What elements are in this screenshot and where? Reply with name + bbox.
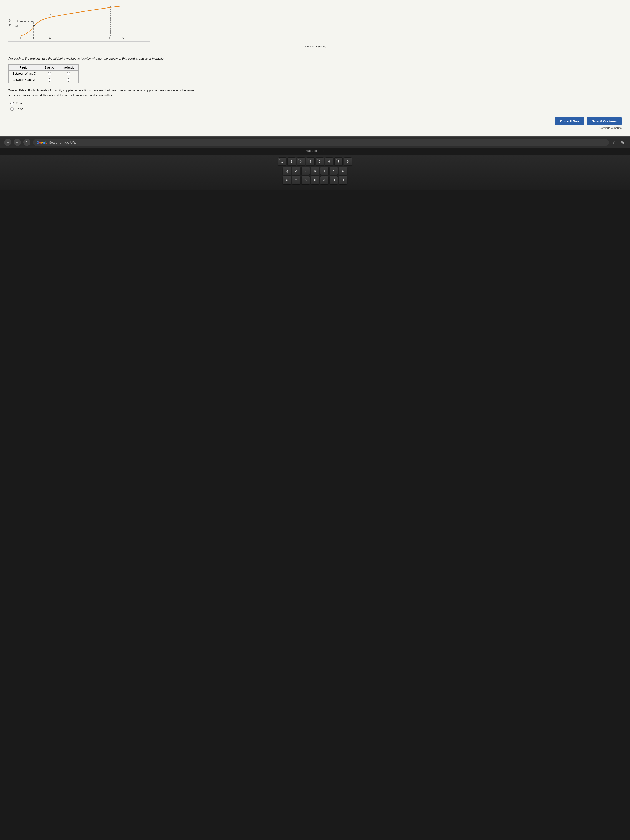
svg-text:0: 0 [20, 36, 22, 39]
col-header-elastic: Elastic [40, 65, 58, 70]
supply-chart: 40 30 0 8 20 64 72 W X [8, 4, 150, 41]
col-header-inelastic: Inelastic [58, 65, 79, 70]
svg-text:20: 20 [49, 36, 51, 39]
key-g[interactable]: G [320, 176, 328, 185]
svg-text:X: X [50, 13, 51, 16]
key-s[interactable]: S [292, 176, 300, 185]
svg-text:64: 64 [109, 36, 112, 39]
region-yz-label: Between Y and Z [8, 77, 40, 83]
x-axis-label: QUANTITY (Units) [8, 45, 622, 48]
region-yz-inelastic[interactable] [58, 77, 79, 83]
keyboard-row-asdf: A S D F G H J [4, 176, 626, 185]
keyboard: ! 1 @ 2 # 3 $ 4 % 5 ^ 6 & 7 * 8 [0, 155, 630, 189]
tf-option-true[interactable]: True [10, 101, 622, 105]
add-tab-button[interactable]: ⊕ [620, 140, 626, 145]
key-4[interactable]: $ 4 [306, 157, 314, 166]
buttons-area: Grade It Now Save & Continue Continue wi… [8, 117, 622, 129]
svg-text:40: 40 [16, 20, 18, 22]
radio-wx-elastic[interactable] [48, 72, 51, 76]
tf-true-label: True [16, 101, 22, 105]
key-t[interactable]: T [320, 167, 328, 175]
instruction-text: For each of the regions, use the midpoin… [8, 56, 622, 61]
save-continue-wrapper: Save & Continue Continue without s [587, 117, 622, 129]
key-6[interactable]: ^ 6 [325, 157, 333, 166]
tf-false-label: False [16, 107, 24, 111]
key-1[interactable]: ! 1 [278, 157, 286, 166]
key-5[interactable]: % 5 [316, 157, 324, 166]
google-logo: Google [37, 141, 47, 144]
keyboard-row-qwerty: Q W E R T Y U [4, 167, 626, 175]
browser-chrome: ← → ↻ Google Search or type URL ☆ ⊕ [0, 136, 630, 148]
y-axis-label: PRICE [9, 19, 11, 27]
key-w[interactable]: W [292, 167, 300, 175]
address-bar[interactable]: Google Search or type URL [33, 139, 609, 146]
chart-container: PRICE 40 30 0 8 20 64 72 W X [8, 4, 150, 42]
key-8[interactable]: * 8 [344, 157, 352, 166]
radio-wx-inelastic[interactable] [67, 72, 70, 76]
table-row: Between W and X [8, 70, 79, 77]
region-wx-elastic[interactable] [40, 70, 58, 77]
bookmark-button[interactable]: ☆ [611, 140, 617, 145]
key-7[interactable]: & 7 [335, 157, 343, 166]
save-continue-button[interactable]: Save & Continue [587, 117, 622, 125]
screen-area: PRICE 40 30 0 8 20 64 72 W X [0, 0, 630, 136]
tf-question-text: True or False: For high levels of quanti… [8, 88, 196, 98]
forward-button[interactable]: → [14, 139, 21, 146]
key-j[interactable]: J [339, 176, 347, 185]
key-y[interactable]: Y [330, 167, 338, 175]
key-2[interactable]: @ 2 [287, 157, 296, 166]
continue-without-link[interactable]: Continue without s [587, 126, 622, 129]
address-bar-text: Search or type URL [49, 141, 77, 144]
keyboard-row-numbers: ! 1 @ 2 # 3 $ 4 % 5 ^ 6 & 7 * 8 [4, 157, 626, 166]
macbook-label: MacBook Pro [0, 148, 630, 155]
key-e[interactable]: E [302, 167, 310, 175]
region-wx-label: Between W and X [8, 70, 40, 77]
region-table: Region Elastic Inelastic Between W and X… [8, 65, 79, 83]
key-r[interactable]: R [311, 167, 319, 175]
radio-yz-elastic[interactable] [48, 78, 51, 82]
key-q[interactable]: Q [283, 167, 291, 175]
key-3[interactable]: # 3 [297, 157, 305, 166]
region-wx-inelastic[interactable] [58, 70, 79, 77]
col-header-region: Region [8, 65, 40, 70]
radio-true[interactable] [10, 102, 14, 105]
key-f[interactable]: F [311, 176, 319, 185]
svg-text:8: 8 [33, 36, 34, 39]
grade-it-now-button[interactable]: Grade It Now [555, 117, 584, 125]
svg-text:30: 30 [16, 25, 18, 27]
back-button[interactable]: ← [4, 139, 11, 146]
tf-options-group: True False [8, 101, 622, 111]
svg-text:72: 72 [122, 36, 124, 39]
key-h[interactable]: H [330, 176, 338, 185]
key-d[interactable]: D [302, 176, 310, 185]
reload-button[interactable]: ↻ [23, 139, 30, 146]
region-yz-elastic[interactable] [40, 77, 58, 83]
table-row: Between Y and Z [8, 77, 79, 83]
radio-false[interactable] [10, 107, 14, 111]
radio-yz-inelastic[interactable] [67, 78, 70, 82]
key-a[interactable]: A [283, 176, 291, 185]
key-u[interactable]: U [339, 167, 347, 175]
tf-option-false[interactable]: False [10, 107, 622, 111]
